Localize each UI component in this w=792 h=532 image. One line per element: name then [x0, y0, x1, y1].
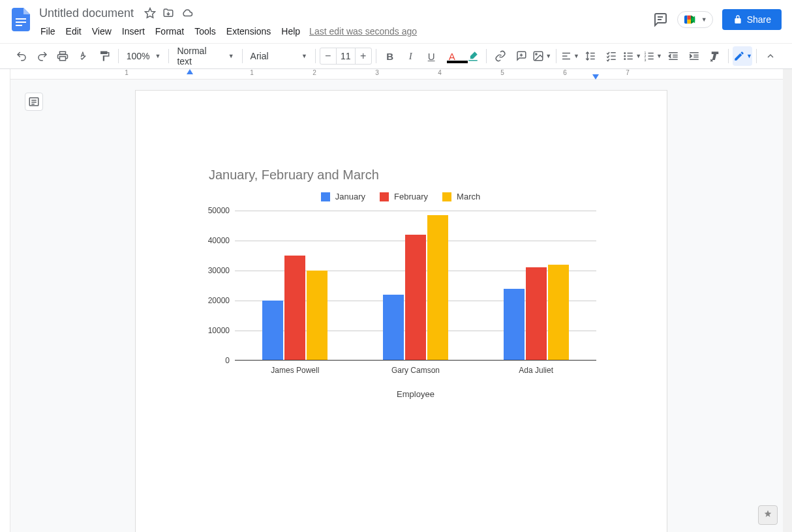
menu-view[interactable]: View	[87, 23, 117, 39]
y-tick-label: 50000	[208, 206, 230, 215]
svg-rect-1	[16, 22, 26, 23]
x-tick-label: Ada Juliet	[476, 361, 596, 375]
bar-group	[235, 211, 356, 361]
svg-rect-2	[16, 25, 22, 26]
menu-tools[interactable]: Tools	[189, 23, 221, 39]
menu-file[interactable]: File	[35, 23, 61, 39]
font-size-input[interactable]	[336, 48, 356, 64]
legend-swatch	[442, 192, 451, 201]
italic-button[interactable]: I	[401, 46, 421, 66]
zoom-select[interactable]: 100%▼	[123, 51, 165, 61]
indent-decrease-button[interactable]	[663, 46, 683, 66]
style-select[interactable]: Normal text▼	[173, 46, 237, 66]
legend-label: January	[335, 192, 365, 201]
share-button[interactable]: Share	[722, 9, 782, 30]
last-edit-link[interactable]: Last edit was seconds ago	[309, 26, 417, 37]
x-axis-labels: James PowellGary CamsonAda Juliet	[235, 361, 596, 375]
underline-button[interactable]: U	[421, 46, 441, 66]
ruler-tick: 6	[563, 69, 567, 80]
document-outline-button[interactable]	[25, 93, 43, 111]
caret-down-icon: ▼	[155, 53, 160, 59]
menu-help[interactable]: Help	[276, 23, 305, 39]
cloud-status-icon[interactable]	[181, 7, 194, 19]
bar	[284, 256, 305, 361]
left-indent-marker[interactable]	[187, 69, 193, 74]
y-tick-label: 0	[225, 356, 230, 365]
menu-extensions[interactable]: Extensions	[221, 23, 276, 39]
editing-mode-button[interactable]: ▼	[733, 46, 752, 66]
star-icon[interactable]	[144, 7, 156, 19]
print-button[interactable]	[53, 46, 72, 66]
y-tick-label: 20000	[208, 296, 230, 305]
share-label: Share	[747, 14, 771, 25]
clear-format-button[interactable]	[705, 46, 725, 66]
bar	[548, 265, 569, 361]
bar	[307, 271, 327, 361]
undo-button[interactable]	[12, 46, 31, 66]
chart-title: January, February and March	[209, 168, 596, 183]
embedded-chart[interactable]: January, February and March JanuaryFebru…	[205, 168, 596, 399]
bold-button[interactable]: B	[380, 46, 400, 66]
page-container[interactable]: January, February and March JanuaryFebru…	[10, 80, 792, 532]
bar	[405, 235, 426, 361]
bar-group	[356, 211, 476, 361]
font-select[interactable]: Arial▼	[247, 51, 311, 61]
legend-label: March	[457, 192, 480, 201]
y-tick-label: 10000	[208, 326, 230, 335]
svg-point-22	[624, 59, 626, 60]
header-right-controls: ▼ Share	[652, 4, 784, 30]
menu-insert[interactable]: Insert	[117, 23, 150, 39]
align-button[interactable]: ▼	[560, 46, 580, 66]
menu-format[interactable]: Format	[150, 23, 189, 39]
line-spacing-button[interactable]	[581, 46, 600, 66]
app-header: Untitled document File Edit View Insert …	[0, 0, 792, 40]
insert-link-button[interactable]	[491, 46, 510, 66]
move-icon[interactable]	[162, 7, 174, 19]
docs-logo[interactable]	[8, 4, 34, 35]
redo-button[interactable]	[33, 46, 52, 66]
right-indent-marker[interactable]	[592, 74, 599, 80]
menu-bar: File Edit View Insert Format Tools Exten…	[35, 22, 417, 40]
caret-down-icon: ▼	[746, 53, 752, 59]
svg-rect-5	[60, 52, 66, 54]
meet-button[interactable]: ▼	[677, 11, 713, 28]
text-color-button[interactable]: A	[442, 46, 462, 66]
x-tick-label: Gary Camson	[356, 361, 476, 375]
indent-increase-button[interactable]	[684, 46, 704, 66]
collapse-toolbar-button[interactable]	[761, 46, 780, 66]
workspace: 1 1 2 3 4 5 6 7 January, February and Ma…	[0, 69, 792, 532]
ruler-tick: 2	[312, 69, 316, 80]
font-size-decrease[interactable]: −	[320, 48, 336, 64]
comments-icon[interactable]	[652, 12, 668, 27]
bar	[262, 301, 283, 361]
font-size-increase[interactable]: +	[356, 48, 371, 64]
x-axis-line	[235, 360, 596, 361]
numbered-list-button[interactable]: 123▼	[643, 46, 663, 66]
vertical-scrollbar[interactable]	[783, 69, 792, 532]
bulleted-list-button[interactable]: ▼	[622, 46, 642, 66]
insert-comment-button[interactable]	[511, 46, 531, 66]
ruler-tick: 1	[250, 69, 254, 80]
caret-down-icon: ▼	[545, 53, 551, 59]
insert-image-button[interactable]: ▼	[532, 46, 552, 66]
menu-edit[interactable]: Edit	[61, 23, 87, 39]
checklist-button[interactable]	[602, 46, 621, 66]
x-tick-label: James Powell	[235, 361, 356, 375]
caret-down-icon: ▼	[573, 53, 579, 59]
vertical-ruler[interactable]	[0, 69, 10, 532]
toolbar: 100%▼ Normal text▼ Arial▼ − + B I U A ▼ …	[0, 43, 792, 69]
caret-down-icon: ▼	[656, 53, 662, 59]
svg-point-21	[624, 55, 626, 57]
spellcheck-button[interactable]	[74, 46, 93, 66]
horizontal-ruler[interactable]: 1 1 2 3 4 5 6 7	[10, 69, 792, 80]
document-title[interactable]: Untitled document	[35, 5, 138, 22]
svg-rect-0	[16, 18, 26, 20]
explore-button[interactable]	[758, 505, 778, 525]
document-page[interactable]: January, February and March JanuaryFebru…	[135, 90, 667, 532]
y-tick-label: 40000	[208, 236, 230, 245]
legend-item: January	[321, 192, 365, 201]
legend-item: February	[380, 192, 428, 201]
chart-legend: JanuaryFebruaryMarch	[205, 192, 596, 201]
format-paint-button[interactable]	[95, 46, 114, 66]
legend-swatch	[321, 192, 330, 201]
